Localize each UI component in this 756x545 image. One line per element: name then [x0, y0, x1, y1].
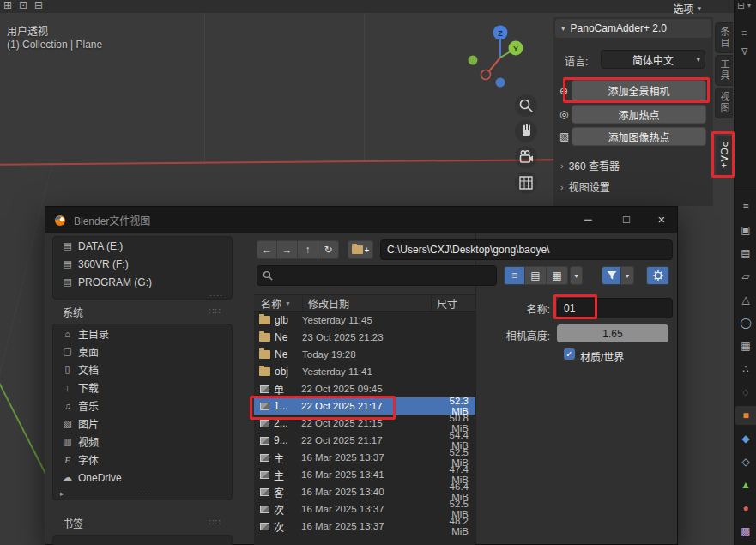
column-header-name[interactable]: 名称 ▼	[254, 296, 302, 311]
zoom-tool-button[interactable]	[515, 94, 537, 117]
camera-view-button[interactable]	[515, 146, 537, 168]
mode-icon[interactable]: ⊡	[19, 0, 27, 11]
file-row[interactable]: 单 22 Oct 2025 09:45	[254, 380, 475, 397]
section-360-viewer[interactable]: › 360 查看器	[560, 158, 620, 173]
file-row[interactable]: 9... 22 Oct 2025 21:17 54.4 MiB	[254, 432, 475, 449]
sidebar-item-home[interactable]: ⌂ 主目录	[53, 324, 232, 342]
gear-icon	[652, 269, 664, 282]
tab-object-icon[interactable]: ■	[735, 406, 756, 425]
funnel-icon	[606, 269, 618, 282]
browser-settings-button[interactable]	[646, 266, 669, 285]
expand-dots[interactable]: ····	[53, 291, 232, 300]
sidebar-item-downloads[interactable]: ↓ 下载	[53, 378, 232, 397]
tab-physics-icon[interactable]: ◌	[735, 383, 756, 402]
forward-button[interactable]: →	[277, 240, 298, 259]
tab-object-data-icon[interactable]: ▲	[735, 475, 756, 494]
dialog-title-bar[interactable]: Blender文件视图 ─ □ ×	[45, 207, 677, 233]
section-view-settings[interactable]: › 视图设置	[560, 179, 610, 194]
tab-material-icon[interactable]: ●	[735, 499, 756, 518]
outliner-funnel-icon[interactable]: ∇	[741, 46, 747, 58]
volume-item[interactable]: ▤ PROGRAM (G:)	[53, 273, 232, 291]
image-file-icon	[260, 488, 269, 496]
image-hotspot-icon: ▧	[559, 130, 569, 142]
file-row-selected[interactable]: 1... 22 Oct 2025 21:17 52.3 MiB	[254, 397, 475, 415]
camera-height-slider[interactable]: 1.65	[557, 324, 668, 342]
tab-collection-icon[interactable]: ▦	[735, 336, 756, 355]
file-row[interactable]: obj Yesterday 11:41	[254, 363, 475, 380]
add-image-hotspot-button[interactable]: 添加图像热点	[572, 127, 706, 146]
search-input[interactable]	[277, 269, 491, 282]
bookmarks-section-header[interactable]: 书签	[63, 516, 83, 530]
toggle-ortho-button[interactable]	[515, 172, 537, 194]
material-world-checkbox[interactable]: ✓	[564, 348, 575, 360]
file-row[interactable]: 次 16 Mar 2025 13:37 52.5 MiB	[254, 500, 475, 518]
editor-selector-icon[interactable]: ⊟	[737, 0, 745, 11]
divider	[735, 191, 756, 191]
filename-input[interactable]	[557, 298, 673, 318]
sidebar-item-fonts[interactable]: F 字体	[53, 451, 232, 469]
navigation-gizmo[interactable]: Z Y	[459, 21, 538, 94]
tab-active-tool-icon[interactable]: ≡	[735, 197, 756, 216]
tab-particles-icon[interactable]: ∴	[735, 360, 756, 378]
up-button[interactable]: ↑	[298, 240, 318, 259]
tab-modifiers-icon[interactable]: ◆	[735, 429, 756, 448]
filter-toggle-button[interactable]	[602, 266, 621, 285]
sidebar-item-documents[interactable]: ▯ 文档	[53, 360, 232, 378]
tab-scene-icon[interactable]: △	[735, 290, 756, 309]
editor-type-icon[interactable]: ⊞	[3, 0, 12, 11]
tab-output-icon[interactable]: ▤	[735, 244, 756, 263]
volume-item[interactable]: ▤ DATA (E:)	[53, 237, 232, 255]
pca-panel: ▾ PanoCamAdder+ 2.0 语言: 简体中文 ▾ ⊕ 添加全景相机 …	[553, 17, 713, 206]
tab-world-icon[interactable]: ◯	[735, 313, 756, 332]
file-row[interactable]: 次 16 Mar 2025 13:37 48.2 MiB	[254, 518, 475, 535]
tab-constraints-icon[interactable]: ◇	[735, 452, 756, 471]
maximize-button[interactable]: □	[609, 207, 644, 233]
bookmarks-box	[52, 535, 233, 545]
create-directory-button[interactable]: +	[348, 240, 373, 259]
minimize-button[interactable]: ─	[571, 207, 605, 233]
file-row[interactable]: 主 16 Mar 2025 13:37 52.5 MiB	[254, 449, 475, 466]
file-row[interactable]: Ne Today 19:28	[254, 346, 475, 363]
sidebar-item-onedrive[interactable]: ☁ OneDrive	[53, 469, 232, 487]
sidebar-item-music[interactable]: ♫ 音乐	[53, 397, 232, 415]
npanel-tab-view[interactable]: 视图	[715, 88, 733, 118]
sidebar-item-pictures[interactable]: ▧ 图片	[53, 415, 232, 433]
language-dropdown[interactable]: 简体中文 ▾	[601, 50, 705, 69]
move-view-tool-button[interactable]	[515, 120, 537, 142]
file-row[interactable]: 主 16 Mar 2025 13:41 47.4 MiB	[254, 466, 475, 483]
pca-panel-header[interactable]: ▾ PanoCamAdder+ 2.0	[555, 19, 711, 38]
outliner-filter-icon[interactable]: ≡	[741, 27, 747, 38]
sidebar-item-videos[interactable]: ▥ 视频	[53, 433, 232, 451]
refresh-button[interactable]: ↻	[318, 240, 339, 259]
tab-view-layer-icon[interactable]: ▱	[735, 267, 756, 286]
system-section-header[interactable]: 系统	[63, 305, 83, 319]
tab-texture-icon[interactable]: ▩	[735, 522, 756, 541]
snap-icon[interactable]: ⊟	[34, 0, 43, 11]
npanel-tab-pca-plus[interactable]: PCA+	[715, 135, 733, 176]
view-mode-vertical-list-button[interactable]: ≡	[504, 266, 525, 285]
add-hotspot-button[interactable]: 添加热点	[572, 105, 706, 124]
hotspot-icon: ◎	[559, 108, 568, 120]
view-mode-thumbnail-button[interactable]: ▦	[547, 266, 568, 285]
column-header-date[interactable]: 修改日期	[302, 296, 431, 311]
grid-line	[204, 13, 205, 162]
system-box: ⌂ 主目录 ▢ 桌面 ▯ 文档 ↓ 下载 ♫ 音乐 ▧ 图片	[52, 324, 233, 500]
options-button[interactable]: 选项 ▾	[673, 1, 701, 15]
file-row[interactable]: 2... 22 Oct 2025 21:15 50.8 MiB	[254, 415, 475, 432]
image-file-icon	[260, 420, 269, 427]
file-row[interactable]: 客 16 Mar 2025 13:40 46.4 MiB	[254, 483, 475, 500]
back-button[interactable]: ←	[257, 240, 277, 259]
tab-render-icon[interactable]: ▣	[735, 221, 756, 239]
display-settings-dropdown[interactable]: ▾	[570, 266, 583, 285]
npanel-tab-item[interactable]: 条目	[715, 22, 733, 53]
sidebar-item-desktop[interactable]: ▢ 桌面	[53, 342, 232, 360]
path-input[interactable]	[380, 239, 673, 260]
volume-item[interactable]: ▤ 360VR (F:)	[53, 255, 232, 273]
close-button[interactable]: ×	[644, 207, 679, 233]
add-pano-camera-button[interactable]: 添加全景相机	[572, 80, 706, 101]
image-file-icon	[260, 523, 269, 530]
npanel-tab-tool[interactable]: 工具	[715, 55, 733, 86]
filter-settings-dropdown[interactable]: ▾	[621, 266, 634, 285]
sidebar-expander[interactable]: ▸ ····	[53, 487, 232, 500]
view-mode-detail-list-button[interactable]: ▤	[525, 266, 547, 285]
